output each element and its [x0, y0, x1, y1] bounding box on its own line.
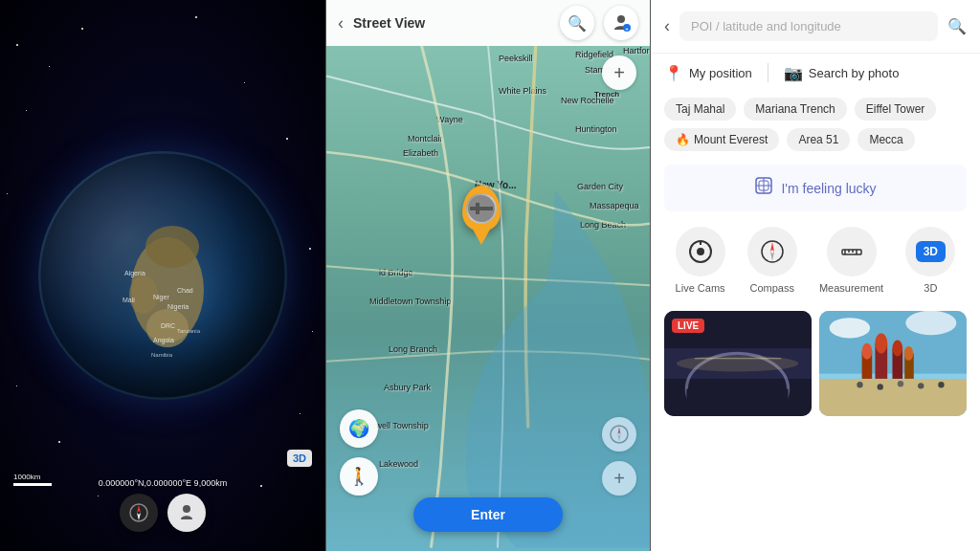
chip-taj-mahal[interactable]: Taj Mahal	[664, 98, 736, 121]
map-user-button[interactable]: +	[604, 6, 638, 40]
live-badge: LIVE	[672, 319, 704, 333]
map-label-hartford: Hartford	[623, 46, 651, 55]
map-label-longbranch: Long Branch	[389, 344, 437, 354]
chip-eiffel-tower[interactable]: Eiffel Tower	[855, 98, 937, 121]
search-input-placeholder: POI / latitude and longitude	[691, 19, 926, 33]
feature-3d[interactable]: 3D 3D	[905, 227, 955, 294]
map-zoom-in-button[interactable]: +	[602, 55, 636, 90]
map-label-massapequa: Massapequa	[590, 201, 639, 210]
feeling-lucky-icon	[754, 176, 773, 200]
search-input-container[interactable]: POI / latitude and longitude	[679, 11, 938, 41]
map-zoom-out-button[interactable]: +	[602, 461, 636, 496]
svg-rect-52	[819, 379, 967, 416]
thumbnails-row: LIVE	[651, 303, 980, 424]
feature-livecams[interactable]: Live Cams	[676, 227, 725, 294]
svg-text:Tanzania: Tanzania	[177, 328, 201, 334]
svg-point-51	[905, 311, 956, 335]
feeling-lucky-text: I'm feeling lucky	[781, 181, 876, 196]
svg-point-50	[830, 318, 870, 338]
feature-measurement[interactable]: Measurement	[819, 227, 883, 294]
chip-mecca[interactable]: Mecca	[858, 128, 914, 151]
svg-marker-16	[137, 513, 141, 520]
svg-point-64	[918, 383, 924, 388]
3d-icon-circle: 3D	[905, 227, 955, 276]
thumbnail-moscow[interactable]	[819, 311, 967, 416]
svg-rect-45	[686, 389, 788, 416]
svg-point-60	[904, 346, 914, 361]
svg-point-17	[183, 505, 190, 513]
chip-mount-everest[interactable]: 🔥 Mount Everest	[664, 128, 779, 151]
location-pin-icon: 📍	[664, 64, 683, 82]
svg-rect-22	[470, 207, 493, 210]
globe-streetview-button[interactable]	[167, 494, 206, 532]
feature-compass[interactable]: Compass	[747, 227, 797, 294]
svg-text:Niger: Niger	[153, 294, 169, 301]
map-streetview-pegman[interactable]: 🚶	[340, 457, 378, 496]
livecams-icon-circle	[676, 227, 725, 276]
search-header: ‹ POI / latitude and longitude 🔍	[651, 0, 980, 54]
map-label-asburypark: Asbury Park	[384, 383, 431, 392]
map-label-montclair: Montclair	[408, 134, 443, 143]
svg-point-58	[862, 343, 873, 360]
feeling-lucky-button[interactable]: I'm feeling lucky	[664, 165, 967, 211]
map-back-button[interactable]: ‹	[338, 13, 344, 33]
chip-area51-label: Area 51	[798, 133, 838, 146]
svg-point-56	[892, 341, 902, 357]
svg-text:Namibia: Namibia	[151, 352, 173, 358]
map-compass-button[interactable]	[602, 417, 636, 452]
map-earth-button[interactable]: 🌍	[340, 409, 378, 448]
map-label-ridgefield: Ridgefield	[575, 50, 613, 59]
globe-coords: 0.000000°N,0.000000°E 9,000km	[99, 478, 227, 488]
chip-mount-everest-label: Mount Everest	[694, 133, 768, 146]
svg-point-63	[898, 381, 903, 386]
svg-point-61	[857, 382, 862, 387]
map-label-middletown: Middletown Township	[369, 297, 451, 306]
map-label-longbeach: Long Beach	[580, 220, 626, 230]
search-options-row: 📍 My position 📷 Search by photo	[651, 54, 980, 92]
chip-mecca-label: Mecca	[869, 133, 902, 146]
map-location-pin[interactable]	[462, 186, 501, 231]
map-enter-button[interactable]: Enter	[413, 497, 563, 532]
globe-3d-badge[interactable]: 3D	[287, 450, 312, 467]
search-panel: ‹ POI / latitude and longitude 🔍 📍 My po…	[651, 0, 980, 551]
globe-compass-button[interactable]	[120, 494, 158, 532]
map-header: ‹ Street View 🔍 +	[326, 0, 650, 46]
map-label-peekskill: Peekskill	[499, 54, 533, 63]
chip-eiffel-tower-label: Eiffel Tower	[866, 102, 925, 116]
livecams-label: Live Cams	[676, 282, 725, 294]
map-label-huntington: Huntington	[575, 124, 617, 134]
my-position-option[interactable]: 📍 My position	[664, 64, 752, 82]
chip-area51[interactable]: Area 51	[787, 128, 850, 151]
chip-mariana-trench[interactable]: Mariana Trench	[744, 98, 846, 121]
compass-icon-circle	[747, 227, 797, 276]
thumbnail-livecam[interactable]: LIVE	[664, 311, 812, 416]
svg-text:Chad: Chad	[177, 287, 193, 294]
search-by-photo-label: Search by photo	[809, 66, 900, 80]
svg-text:Angola: Angola	[153, 337, 174, 344]
svg-marker-25	[618, 427, 621, 434]
svg-marker-15	[137, 505, 141, 513]
search-submit-button[interactable]: 🔍	[947, 17, 967, 35]
globe[interactable]: Algeria Mali Niger Chad Nigeria DRC Ango…	[38, 151, 287, 400]
svg-text:Nigeria: Nigeria	[167, 303, 189, 311]
map-label-wayne: Wayne	[436, 115, 463, 124]
chip-taj-mahal-label: Taj Mahal	[676, 102, 724, 116]
map-panel: ‹ Street View 🔍 + Peekskill Ridgefield H…	[325, 0, 651, 551]
search-options-separator	[768, 63, 768, 82]
3d-badge: 3D	[916, 241, 946, 262]
compass-label: Compass	[750, 282, 794, 294]
measurement-icon-circle	[827, 227, 877, 276]
svg-point-32	[697, 248, 704, 255]
search-by-photo-option[interactable]: 📷 Search by photo	[784, 64, 900, 82]
globe-container[interactable]: Algeria Mali Niger Chad Nigeria DRC Ango…	[38, 151, 287, 400]
svg-text:Algeria: Algeria	[124, 270, 145, 277]
globe-bottom-controls: 0.000000°N,0.000000°E 9,000km	[0, 478, 325, 532]
map-label-trench: Trench	[594, 90, 619, 99]
measurement-label: Measurement	[819, 282, 883, 294]
map-search-button[interactable]: 🔍	[560, 6, 594, 40]
map-label-whiteplains: White Plains	[499, 86, 546, 96]
chip-mariana-trench-label: Mariana Trench	[755, 102, 835, 116]
svg-point-65	[938, 382, 944, 387]
svg-rect-23	[476, 203, 479, 214]
search-back-button[interactable]: ‹	[664, 16, 670, 36]
